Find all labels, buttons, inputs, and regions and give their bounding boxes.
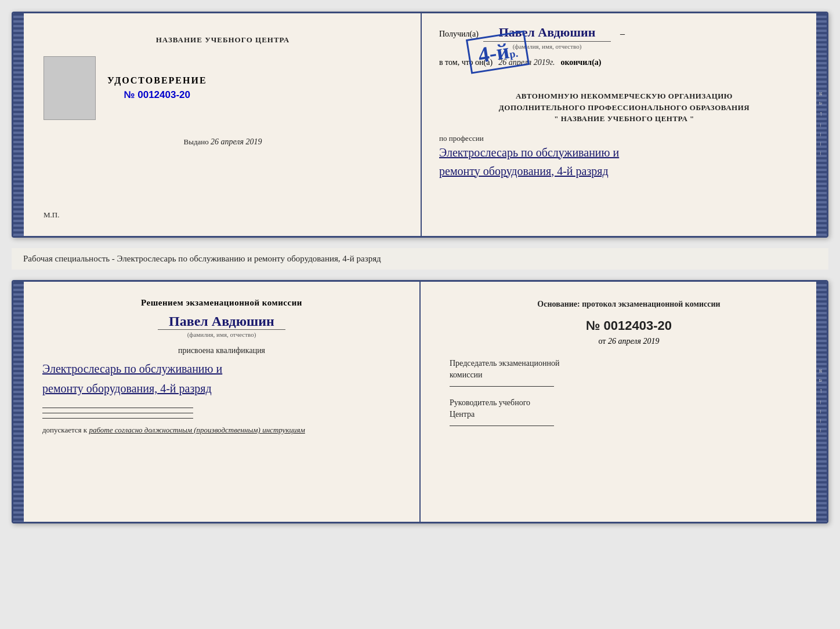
profession-value-top-1: Электрослесарь по обслуживанию и bbox=[439, 143, 809, 162]
date-from-block: от 26 апреля 2019 bbox=[450, 337, 808, 346]
cert-number: № 0012403-20 bbox=[124, 89, 190, 101]
mp-text: М.П. bbox=[44, 210, 59, 220]
qualification-line1: Электрослесарь по обслуживанию и bbox=[42, 359, 401, 379]
side-strip-right-top: и а ← – – – – bbox=[816, 13, 827, 236]
org-line3: " НАЗВАНИЕ УЧЕБНОГО ЦЕНТРА " bbox=[439, 113, 809, 125]
chairman-text: Председатель экзаменационной комиссии bbox=[450, 358, 808, 380]
cert-title: УДОСТОВЕРЕНИЕ bbox=[107, 75, 207, 86]
received-label: Получил(а) bbox=[439, 30, 479, 39]
left-content: НАЗВАНИЕ УЧЕБНОГО ЦЕНТРА УДОСТОВЕРЕНИЕ №… bbox=[32, 30, 402, 147]
person-name-bottom: Павел Авдюшин bbox=[42, 314, 401, 329]
bottom-left-panel: Решением экзаменационной комиссии Павел … bbox=[13, 282, 421, 522]
top-document: НАЗВАНИЕ УЧЕБНОГО ЦЕНТРА УДОСТОВЕРЕНИЕ №… bbox=[12, 12, 828, 238]
grade-label: 4-й bbox=[476, 38, 510, 67]
director-text: Руководитель учебного Центра bbox=[450, 397, 808, 420]
assigned-text: присвоена квалификация bbox=[42, 346, 401, 355]
sig-line-1 bbox=[42, 408, 193, 408]
org-block: АВТОНОМНУЮ НЕКОММЕРЧЕСКУЮ ОРГАНИЗАЦИЮ ДО… bbox=[439, 90, 809, 125]
spine-left bbox=[13, 13, 24, 236]
signature-lines bbox=[42, 408, 401, 419]
chairman-line1: Председатель экзаменационной bbox=[450, 359, 559, 368]
director-sig-line bbox=[450, 426, 554, 426]
spine-left-bottom bbox=[13, 282, 24, 522]
profession-value-top-2: ремонту оборудования, 4-й разряд bbox=[439, 162, 809, 180]
director-line2: Центра bbox=[450, 410, 475, 419]
allowed-block: допускается к работе согласно должностны… bbox=[42, 426, 401, 435]
certificate-block: УДОСТОВЕРЕНИЕ № 0012403-20 bbox=[107, 75, 207, 101]
top-right-panel: и а ← – – – – Получил(а) Павел Авдюшин (… bbox=[422, 13, 827, 236]
page-wrapper: НАЗВАНИЕ УЧЕБНОГО ЦЕНТРА УДОСТОВЕРЕНИЕ №… bbox=[12, 12, 828, 523]
sig-line-3 bbox=[42, 418, 193, 419]
photo-placeholder bbox=[44, 56, 96, 120]
allowed-text: работе согласно должностным (производств… bbox=[89, 426, 305, 434]
profession-label-top: по профессии bbox=[439, 134, 809, 143]
issued-label: Выдано bbox=[184, 137, 209, 146]
chairman-sig-line bbox=[450, 386, 554, 387]
finished-label: окончил(а) bbox=[560, 58, 601, 67]
protocol-number: № 0012403-20 bbox=[450, 318, 808, 333]
decision-title: Решением экзаменационной комиссии bbox=[42, 298, 401, 308]
chairman-line2: комиссии bbox=[450, 370, 483, 379]
left-middle-block: УДОСТОВЕРЕНИЕ № 0012403-20 bbox=[44, 56, 402, 120]
top-left-panel: НАЗВАНИЕ УЧЕБНОГО ЦЕНТРА УДОСТОВЕРЕНИЕ №… bbox=[13, 13, 422, 236]
org-line1: АВТОНОМНУЮ НЕКОММЕРЧЕСКУЮ ОРГАНИЗАЦИЮ bbox=[439, 90, 809, 102]
issued-date: 26 апреля 2019 bbox=[211, 137, 262, 146]
dash-1: – bbox=[620, 28, 625, 39]
fio-label-bottom: (фамилия, имя, отчество) bbox=[158, 329, 285, 338]
director-line1: Руководитель учебного bbox=[450, 398, 530, 407]
allowed-label: допускается к bbox=[42, 426, 87, 434]
sig-line-2 bbox=[42, 413, 193, 413]
institution-name-top: НАЗВАНИЕ УЧЕБНОГО ЦЕНТРА bbox=[156, 35, 290, 45]
bottom-document: Решением экзаменационной комиссии Павел … bbox=[12, 280, 828, 523]
middle-label: Рабочая специальность - Электрослесарь п… bbox=[12, 248, 828, 270]
profession-block-top: по профессии Электрослесарь по обслужива… bbox=[439, 134, 809, 180]
date-from-value: 26 апреля 2019 bbox=[608, 337, 659, 346]
basis-title: Основание: протокол экзаменационной коми… bbox=[450, 298, 808, 310]
issued-line: Выдано 26 апреля 2019 bbox=[184, 137, 262, 147]
side-chars-bottom: и а ← – – – – bbox=[818, 369, 825, 434]
qualification-line2: ремонту оборудования, 4-й разряд bbox=[42, 379, 401, 398]
side-char-1: и а ← – – – – bbox=[818, 92, 825, 157]
date-from-label: от bbox=[599, 337, 606, 346]
bottom-right-panel: и а ← – – – – Основание: протокол экзаме… bbox=[421, 282, 827, 522]
grade-suffix: р. bbox=[509, 48, 519, 60]
side-strip-right-bottom: и а ← – – – – bbox=[816, 282, 827, 522]
org-line2: ДОПОЛНИТЕЛЬНОГО ПРОФЕССИОНАЛЬНОГО ОБРАЗО… bbox=[439, 102, 809, 114]
